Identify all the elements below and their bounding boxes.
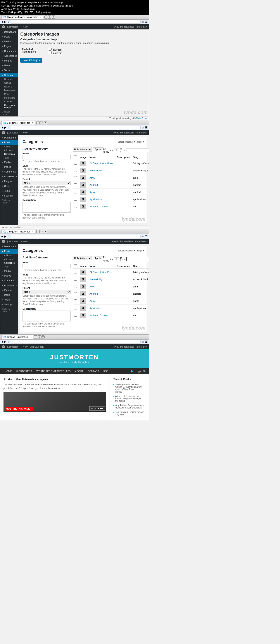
row-check[interactable] [74,300,77,302]
sidebar-item-media-3[interactable]: Media [0,268,18,273]
maximize-btn[interactable]: □ [48,16,51,18]
sidebar-item-settings-3[interactable]: Settings [0,302,18,307]
social-twitter-icon[interactable]: 🐦 [130,370,134,373]
next-one-btn-2[interactable]: › [122,149,123,152]
search-input-3[interactable] [126,257,149,261]
new-link-4[interactable]: + New [21,346,28,348]
sidebar-item-pages-2[interactable]: Pages [0,164,18,169]
sidebar-item-comments-1[interactable]: Comments [0,49,18,54]
description-textarea-2[interactable] [23,202,71,213]
settings-icon-4[interactable]: ☰ [145,340,148,343]
nav-wordpress[interactable]: WORDPRESS [14,368,34,374]
name-input-2[interactable] [23,155,71,160]
sidebar-sub-akismet[interactable]: Akismet [0,100,18,103]
sidebar-item-appearance-3[interactable]: Appearance [0,283,18,288]
page-input-3[interactable] [113,257,119,261]
sidebar-sub-categories-3[interactable]: Categories [0,261,18,265]
row-check[interactable] [74,292,77,295]
row-check[interactable] [74,176,77,179]
nav-rss[interactable]: RSS [101,368,110,374]
parent-select-2[interactable]: None [23,181,71,185]
address-input-3[interactable]: localhost/wp-admin/edit-tags.php?taxonom… [11,235,141,238]
prev-page-btn-2[interactable]: « [110,149,111,152]
sidebar-item-plugins-3[interactable]: Plugins [0,288,18,292]
row-check[interactable] [74,307,77,310]
address-input-1[interactable]: localhost/wp-admin/options-general.php?p… [11,20,141,24]
sidebar-item-pages-1[interactable]: Pages [0,44,18,49]
settings-icon-3[interactable]: ☰ [145,235,148,238]
nav-masterclass[interactable]: WORDPRESS MASTERCLASS [34,368,73,374]
cat-name-link[interactable]: Accessibility [90,278,103,281]
cat-name-link[interactable]: Applications [90,198,102,201]
sidebar-sub-writing[interactable]: Writing [0,81,18,85]
sidebar-sub-media[interactable]: Media [0,92,18,96]
close-btn-4[interactable]: ✕ [42,336,45,338]
sidebar-sub-addnew-2[interactable]: Add New [0,148,18,152]
sidebar-item-users-1[interactable]: Users [0,63,18,68]
sidebar-item-plugins-2[interactable]: Plugins [0,179,18,184]
sidebar-sub-reading[interactable]: Reading [0,85,18,88]
sidebar-item-posts-2[interactable]: Posts [0,140,18,145]
sidebar-item-settings-2[interactable]: Settings [0,193,18,198]
cat-name-link[interactable]: Apple [90,191,96,194]
bookmark-icon-3[interactable]: ☆ [142,235,144,238]
sidebar-sub-allposts-3[interactable]: All Posts [0,254,18,257]
minimize-btn-2[interactable]: ─ [37,121,40,124]
sidebar-item-comments-3[interactable]: Comments [0,278,18,283]
row-check[interactable] [74,278,77,281]
taxonomy-posttag-label[interactable]: post_tag [49,52,62,54]
sidebar-item-appearance-2[interactable]: Appearance [0,174,18,179]
sidebar-item-posts-3[interactable]: Posts [0,249,18,254]
description-textarea-3[interactable] [23,310,71,322]
close-btn[interactable]: ✕ [52,16,55,18]
cat-name-link[interactable]: Android [90,184,98,186]
new-link-1[interactable]: + New [21,26,28,28]
site-name-3[interactable]: justmorten [7,240,18,243]
bookmark-icon-2[interactable]: ☆ [142,126,144,129]
apply-btn-2[interactable]: Apply [93,148,103,151]
sidebar-item-appearance-1[interactable]: Appearance [0,54,18,58]
social-facebook-icon[interactable]: f [136,370,136,373]
site-name-2[interactable]: justmorten [7,131,18,134]
browser-tab-1[interactable]: 🌐 Categories Images - Justmorten - × [1,15,43,19]
sidebar-collapse-3[interactable]: Collapse menu [0,307,18,314]
search-input-2[interactable] [126,148,149,152]
close-btn-3[interactable]: ✕ [44,230,47,233]
taxonomy-category-label[interactable]: category [49,48,62,51]
sidebar-sub-addnew-3[interactable]: Add New [0,257,18,261]
sidebar-sub-tags-2[interactable]: Tags [0,156,18,160]
row-check[interactable] [74,190,77,194]
reload-btn-2[interactable]: ↺ [8,126,10,129]
settings-icon-2[interactable]: ☰ [145,126,148,129]
sidebar-item-users-3[interactable]: Users [0,292,18,297]
select-all-3[interactable] [74,264,77,267]
row-check[interactable] [74,205,77,208]
sidebar-sub-tags-3[interactable]: Tags [0,265,18,268]
back-btn-4[interactable]: ◀ [1,340,3,343]
minimize-btn-4[interactable]: ─ [34,336,37,338]
sidebar-item-tools-3[interactable]: Tools [0,297,18,302]
next-page-btn-3[interactable]: » [124,258,125,260]
row-check[interactable] [74,271,77,274]
cat-name-link[interactable]: Authored Content [90,205,108,208]
sidebar-sub-cat-images[interactable]: Categories Images [0,103,18,110]
back-btn[interactable]: ◀ [1,20,3,23]
page-input-2[interactable] [113,148,119,152]
maximize-btn-4[interactable]: □ [38,336,41,338]
sidebar-item-pages-3[interactable]: Pages [0,273,18,278]
sidebar-collapse-1[interactable]: Collapse menu [0,110,18,116]
browser-tab-2[interactable]: 🌐 Categories - Justmorten - × [1,121,35,124]
minimize-btn-3[interactable]: ─ [37,230,40,233]
prev-page-btn-3[interactable]: « [110,258,111,260]
new-link-3[interactable]: + New [21,240,28,243]
sidebar-item-dashboard-2[interactable]: Dashboard [0,135,18,140]
address-input-4[interactable]: localhost/category/tutorials/ [11,340,141,344]
sidebar-item-dashboard-1[interactable]: Dashboard [0,30,18,34]
sidebar-sub-permalinks[interactable]: Permalinks [0,96,18,100]
cat-name-link[interactable]: Authored Content [90,314,108,317]
sidebar-sub-allposts-2[interactable]: All Posts [0,145,18,148]
social-gplus-icon[interactable]: g+ [138,370,141,373]
bookmark-icon-4[interactable]: ☆ [142,340,144,343]
site-name-4[interactable]: justmorten [7,346,18,348]
sidebar-item-dashboard-3[interactable]: Dashboard [0,244,18,249]
